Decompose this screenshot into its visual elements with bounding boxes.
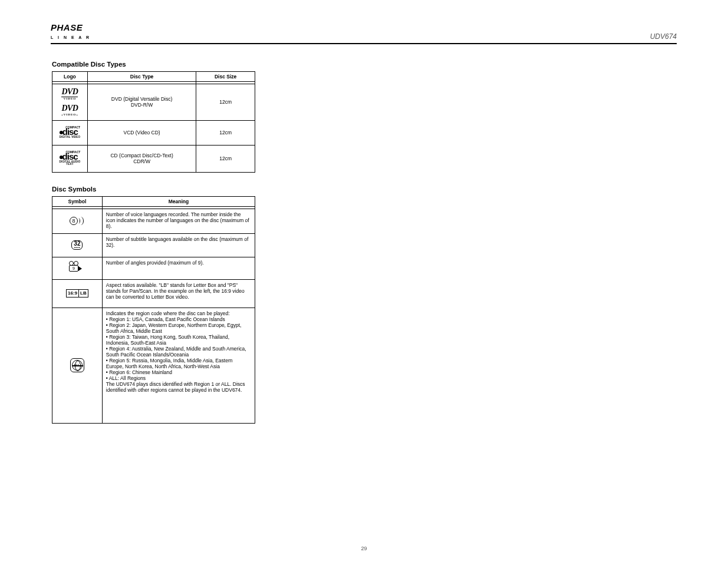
table-row: 9 Number of angles provided (maximum of … <box>52 257 255 279</box>
t1-header-logo: Logo <box>52 71 88 81</box>
dvd-video-icon: DVDVIDEO <box>61 88 78 100</box>
t2-header-meaning: Meaning <box>102 196 255 206</box>
t2-r1-meaning: Number of subtitle languages available o… <box>102 233 255 257</box>
region-symbol: ALL <box>52 308 103 423</box>
body: Compatible Disc Types Logo Disc Type Dis… <box>51 50 677 424</box>
cd-logo-cell: COMPACT disc DIGITAL AUDIO TEXT <box>52 145 88 172</box>
table-row: 8 Number of voice languages recorded. Th… <box>52 209 255 233</box>
camera-icon: 9 <box>69 263 85 272</box>
disc-symbols-table: Symbol Meaning 8 Number of voice languag… <box>52 196 255 424</box>
t1-header-type: Disc Type <box>87 71 196 81</box>
subtitle-symbol: 32▪▪▪▪ <box>52 233 103 257</box>
t1-r0-type: DVD (Digital Versatile Disc) DVD-R/W <box>87 84 196 120</box>
disc-types-table: Logo Disc Type Disc Size DVDVIDEO DVD+VI… <box>52 71 255 173</box>
vcd-logo-cell: COMPACT disc DIGITAL VIDEO <box>52 120 88 145</box>
t2-r0-meaning: Number of voice languages recorded. The … <box>102 209 255 233</box>
vcd-icon: COMPACT disc DIGITAL VIDEO <box>60 126 80 138</box>
angles-symbol: 9 <box>52 257 103 279</box>
aspect-ratio-icon: 16:9LB <box>66 289 88 297</box>
page-number: 29 <box>0 546 728 551</box>
dvd-rw-icon: DVD+VIDEO+ <box>61 104 78 116</box>
table-row: ALL Indicates the region code where the … <box>52 308 255 423</box>
t1-r2-type: CD (Compact Disc/CD-Text) CDR/W <box>87 145 196 172</box>
page-header: PHASE L I N E A R UDV674 <box>51 24 677 44</box>
table-row: COMPACT disc DIGITAL VIDEO VCD (Video CD… <box>52 120 255 145</box>
page-content: PHASE L I N E A R UDV674 Compatible Disc… <box>51 24 677 424</box>
t1-r1-type: VCD (Video CD) <box>87 120 196 145</box>
t2-header-symbol: Symbol <box>52 196 103 206</box>
aspect-symbol: 16:9LB <box>52 279 103 308</box>
logo-line1: PHASE <box>51 22 83 32</box>
cd-text-icon: COMPACT disc DIGITAL AUDIO TEXT <box>60 151 81 166</box>
t1-r2-size: 12cm <box>196 145 255 172</box>
table-row: DVDVIDEO DVD+VIDEO+ DVD (Digital Versati… <box>52 84 255 120</box>
section2-title: Disc Symbols <box>52 186 677 193</box>
sound-arcs-icon <box>77 217 85 225</box>
logo-line2: L I N E A R <box>51 35 91 39</box>
table-row: 32▪▪▪▪ Number of subtitle languages avai… <box>52 233 255 257</box>
section1-title: Compatible Disc Types <box>52 61 677 68</box>
t2-r3-meaning: Aspect ratios available. "LB" stands for… <box>102 279 255 308</box>
audio-languages-symbol: 8 <box>52 209 103 233</box>
header-model: UDV674 <box>650 32 677 41</box>
t1-header-size: Disc Size <box>196 71 255 81</box>
dvd-logo-cell: DVDVIDEO DVD+VIDEO+ <box>52 84 88 120</box>
t1-r1-size: 12cm <box>196 120 255 145</box>
table-row: COMPACT disc DIGITAL AUDIO TEXT CD (Comp… <box>52 145 255 172</box>
table-row: 16:9LB Aspect ratios available. "LB" sta… <box>52 279 255 308</box>
t2-r4-meaning: Indicates the region code where the disc… <box>102 308 255 423</box>
t2-r2-meaning: Number of angles provided (maximum of 9)… <box>102 257 255 279</box>
t1-r0-size: 12cm <box>196 84 255 120</box>
globe-region-icon: ALL <box>70 358 84 372</box>
brand-logo: PHASE L I N E A R <box>51 24 91 41</box>
subtitle-icon: 32▪▪▪▪ <box>71 240 83 250</box>
